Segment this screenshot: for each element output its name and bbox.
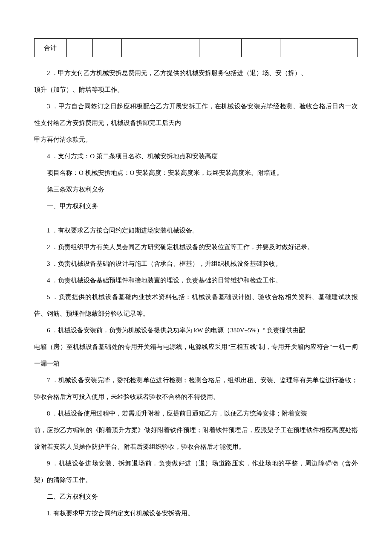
paragraph-5: 第三条双方权利义务 [34, 181, 358, 198]
table-row: 合计 [35, 39, 358, 57]
paragraph-3: 3 ．甲方自合同签订之日起应积极配合乙方开展安拆工作，在机械设备安装完毕经检测、… [34, 98, 358, 131]
paragraph-12: 6 ．机械设备安装前，负责为机械设备提供总功率为 kW 的电源（380V±5%）… [34, 322, 358, 339]
paragraph-16: 二、乙方权利义务 [34, 488, 358, 505]
paragraph-14b: 前，应按乙方编制的《附着顶升方案》做好附着铁件预埋；附着铁件预埋后，应派架子工在… [34, 422, 358, 455]
paragraph-4b: 项目名称：O 机械安拆地点：O 安装高度：安装高度米，最终安装高度米。附墙道。 [34, 165, 358, 181]
table-cell [241, 39, 280, 57]
table-cell [319, 39, 357, 57]
table-cell [121, 39, 199, 57]
paragraph-10: 4 ．负责机械设备基础预埋件和接地装置的埋设，负责基础的日常维护和检查工作。 [34, 272, 358, 289]
paragraph-6: 一、甲方权利义务 [34, 198, 358, 215]
paragraph-11: 5 ．负责提供的机械设备基础内业技术资料包括：机械设备基础设计图、验收合格相关资… [34, 289, 358, 322]
table-cell [280, 39, 319, 57]
paragraph-7: 1 ．有权要求乙方按合同约定如期进场安装机械设备。 [34, 222, 358, 239]
paragraph-8: 2 ．负责组织甲方有关人员会同乙方研究确定机械设备的安装位置等工作，并要及时做好… [34, 239, 358, 256]
paragraph-15: 9 ．机械设备进场安装、拆卸退场前，负责做好进（退）场道路压实，作业场地的平整，… [34, 455, 358, 488]
paragraph-3b: 甲方再付清余款元。 [34, 131, 358, 148]
row-label-cell: 合计 [35, 39, 67, 57]
paragraph-13: 7 ．机械设备安装完毕，委托检测单位进行检测；检测合格后，组织出租、安装、监理等… [34, 372, 358, 405]
paragraph-14: 8 ．机械设备使用过程中，若需顶升附着，应提前日通知乙方，以便乙方统筹安排；附着… [34, 405, 358, 422]
paragraph-9: 3 ．负责机械设备基础的设计与施工（含承台、框基），并组织机械设备基础验收。 [34, 256, 358, 272]
paragraph-12b: 电箱（房）至机械设备基础处的专用开关箱与电源线，电源线应采用"三相五线"制，专用… [34, 339, 358, 372]
paragraph-2: 2 ．甲方支付乙方机械安拆总费用元，乙方提供的机械安拆服务包括进（退）场、安（拆… [34, 65, 358, 81]
table-cell [199, 39, 242, 57]
table-cell [66, 39, 92, 57]
paragraph-2b: 顶升（加节）、附墙等项工作。 [34, 81, 358, 98]
paragraph-17: 1. 有权要求甲方按合同约定支付机械设备安拆费用。 [34, 505, 358, 522]
paragraph-4: 4 ．支付方式：O 第二条项目名称、机械安拆地点和安装高度 [34, 148, 358, 165]
table-cell [92, 39, 121, 57]
summary-table: 合计 [34, 38, 358, 57]
